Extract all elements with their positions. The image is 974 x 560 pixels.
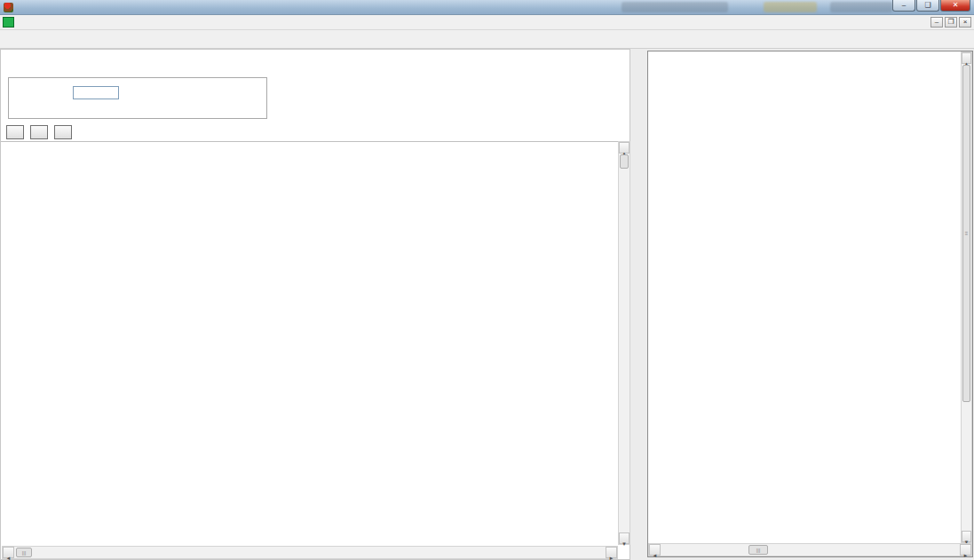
pile-length-input[interactable]: [73, 86, 119, 99]
scrollbar-thumb[interactable]: |||: [16, 548, 32, 557]
app-icon: [4, 3, 13, 12]
charts-horizontal-scrollbar[interactable]: |||: [648, 543, 972, 556]
scrollbar-thumb[interactable]: [620, 154, 629, 169]
title-bar: [0, 0, 974, 15]
thumb-grip-icon: |||: [17, 550, 31, 556]
maximize-button[interactable]: [916, 0, 939, 12]
general-information-groupbox: [8, 77, 267, 119]
scroll-right-icon[interactable]: [960, 544, 971, 556]
close-button[interactable]: [940, 0, 970, 12]
document-icon[interactable]: [3, 17, 14, 28]
add-row-button[interactable]: [6, 125, 24, 139]
background-blob: [764, 2, 817, 12]
resistance-table: [1, 141, 618, 545]
insert-row-button[interactable]: [30, 125, 48, 139]
mdi-close-button[interactable]: [959, 17, 971, 28]
resistance-profile-charts: [648, 51, 962, 543]
mdi-minimize-button[interactable]: [930, 17, 943, 28]
window-title: [18, 2, 64, 12]
resistance-profile-panel: ≡ |||: [647, 51, 973, 557]
scroll-right-icon[interactable]: [606, 547, 617, 558]
mdi-restore-button[interactable]: [945, 17, 957, 28]
charts-vertical-scrollbar[interactable]: ≡: [961, 51, 972, 543]
toolbar: [0, 30, 974, 49]
scroll-down-icon[interactable]: [962, 531, 971, 542]
resistance-input-panel: |||: [0, 49, 630, 560]
scrollbar-thumb[interactable]: |||: [748, 545, 768, 555]
background-blob: [830, 2, 892, 12]
scroll-left-icon[interactable]: [3, 547, 14, 558]
row-buttons: [6, 125, 78, 139]
scroll-down-icon[interactable]: [619, 532, 630, 544]
background-blob: [622, 2, 728, 12]
scrollbar-thumb[interactable]: ≡: [962, 65, 970, 402]
thumb-grip-icon: |||: [749, 548, 767, 553]
delete-row-button[interactable]: [54, 125, 72, 139]
table-horizontal-scrollbar[interactable]: |||: [2, 546, 618, 559]
minimize-button[interactable]: [892, 0, 915, 12]
table-vertical-scrollbar[interactable]: [618, 141, 630, 545]
scroll-left-icon[interactable]: [649, 544, 661, 556]
menu-bar: [0, 15, 974, 30]
scroll-up-icon[interactable]: [619, 142, 630, 154]
scroll-up-icon[interactable]: [962, 52, 971, 64]
thumb-grip-icon: ≡: [963, 231, 970, 236]
app-window: ||| ≡ |||: [0, 0, 974, 560]
content-area: ||| ≡ |||: [0, 49, 974, 560]
